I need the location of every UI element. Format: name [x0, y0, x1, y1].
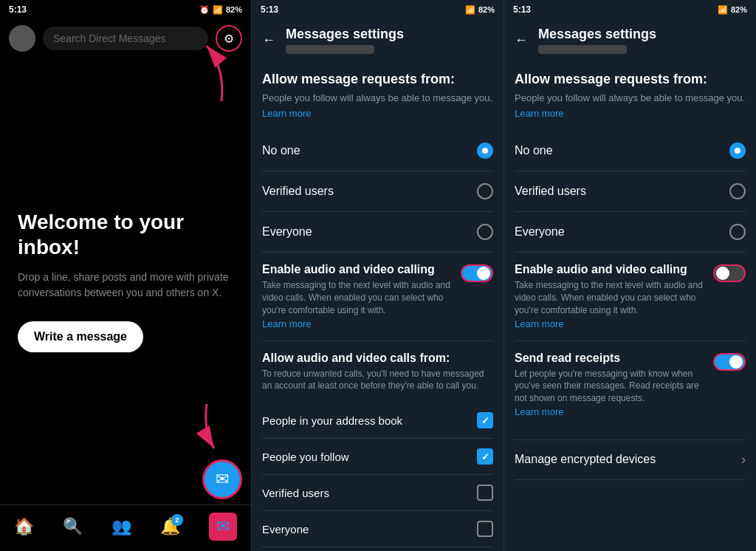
checkbox-verified-box-2[interactable] — [477, 485, 493, 501]
search-row: Search Direct Messages ⚙ — [0, 19, 251, 58]
audio-video-text-2: Enable audio and video calling Take mess… — [262, 263, 453, 329]
panel3-body: Allow message requests from: People you … — [504, 61, 756, 551]
inbox-title: Welcome to your inbox! — [18, 210, 233, 259]
panel2-title: Messages settings — [286, 27, 493, 42]
radio-everyone-circle-3[interactable] — [729, 224, 746, 240]
panel-messages-settings-1: 5:13 📶 82% ← Messages settings Allow mes… — [251, 0, 504, 551]
audio-video-learn-3[interactable]: Learn more — [515, 318, 563, 329]
panel2-radio-group: No one Verified users Everyone — [262, 131, 493, 253]
enhanced-call-row-2[interactable]: Enhanced call privacy — [262, 547, 493, 551]
search-placeholder: Search Direct Messages — [53, 32, 166, 44]
radio-verified-3[interactable]: Verified users — [515, 171, 746, 212]
checkbox-everyone-label-2: Everyone — [262, 523, 309, 535]
audio-video-section-3: Enable audio and video calling Take mess… — [515, 253, 746, 340]
panel3-section-subtitle: People you follow will always be able to… — [515, 92, 746, 105]
write-message-button[interactable]: Write a message — [18, 321, 143, 352]
read-receipts-text: Send read receipts Let people you're mes… — [515, 352, 706, 429]
battery-1: 82% — [226, 5, 242, 14]
battery-3: 82% — [731, 5, 747, 14]
radio-verified-circle-2[interactable] — [477, 183, 493, 199]
panel2-learn-more[interactable]: Learn more — [262, 108, 311, 119]
radio-everyone-3[interactable]: Everyone — [515, 212, 746, 253]
back-button-3[interactable]: ← — [515, 32, 528, 48]
status-bar-1: 5:13 ⏰ 📶 82% — [0, 0, 251, 19]
radio-no-one-circle-3[interactable] — [729, 143, 746, 159]
search-bar[interactable]: Search Direct Messages — [43, 27, 208, 50]
panel3-radio-group: No one Verified users Everyone — [515, 131, 746, 253]
bottom-nav: 🏠 🔍 👥 🔔 2 ✉ — [0, 504, 251, 551]
checkbox-verified-label-2: Verified users — [262, 487, 329, 499]
toggle-knob-2 — [477, 267, 490, 280]
radio-everyone-circle-2[interactable] — [477, 224, 493, 240]
radio-everyone-2[interactable]: Everyone — [262, 212, 493, 253]
checkbox-verified-2[interactable]: Verified users — [262, 475, 493, 511]
checkbox-everyone-2[interactable]: Everyone — [262, 511, 493, 547]
read-receipts-row: Send read receipts Let people you're mes… — [515, 352, 746, 429]
status-bar-3: 5:13 📶 82% — [504, 0, 756, 19]
time-2: 5:13 — [261, 4, 278, 15]
radio-no-one-3[interactable]: No one — [515, 131, 746, 171]
radio-verified-circle-3[interactable] — [729, 183, 746, 199]
audio-video-row-2: Enable audio and video calling Take mess… — [262, 263, 493, 329]
alarm-icon: ⏰ — [199, 5, 210, 15]
settings-gear-button[interactable]: ⚙ — [216, 25, 242, 52]
status-icons-1: ⏰ 📶 82% — [199, 5, 242, 15]
radio-everyone-label-2: Everyone — [262, 225, 312, 239]
status-icons-3: 📶 82% — [718, 5, 747, 15]
audio-video-row-3: Enable audio and video calling Take mess… — [515, 263, 746, 329]
audio-video-section-2: Enable audio and video calling Take mess… — [262, 253, 493, 340]
read-receipts-learn[interactable]: Learn more — [515, 406, 563, 417]
checkbox-everyone-box-2[interactable] — [477, 521, 493, 537]
calls-title-2: Allow audio and video calls from: — [262, 352, 493, 365]
checkbox-people-follow-label-2: People you follow — [262, 451, 349, 463]
panel2-body: Allow message requests from: People you … — [252, 61, 504, 551]
checkbox-people-follow-2[interactable]: People you follow — [262, 439, 493, 475]
checkbox-address-book-box-2[interactable] — [477, 412, 493, 428]
calls-desc-2: To reduce unwanted calls, you'll need to… — [262, 368, 493, 393]
manage-encrypted-label: Manage encrypted devices — [515, 453, 656, 466]
signal-icon: 📶 — [213, 5, 223, 15]
back-button-2[interactable]: ← — [262, 32, 275, 48]
audio-video-desc-3: Take messaging to the next level with au… — [515, 279, 706, 316]
audio-video-learn-2[interactable]: Learn more — [262, 318, 311, 329]
panel2-section-subtitle: People you follow will always be able to… — [262, 92, 493, 105]
checkbox-people-follow-box-2[interactable] — [477, 448, 493, 465]
time-3: 5:13 — [513, 4, 531, 15]
panel3-header-text: Messages settings — [538, 27, 746, 54]
avatar[interactable] — [9, 25, 35, 52]
nav-search-icon[interactable]: 🔍 — [63, 517, 83, 536]
radio-verified-2[interactable]: Verified users — [262, 171, 493, 212]
panel3-header: ← Messages settings — [504, 19, 756, 61]
audio-video-toggle-2[interactable] — [461, 264, 493, 282]
status-bar-2: 5:13 📶 82% — [252, 0, 504, 19]
panel-messages-settings-2: 5:13 📶 82% ← Messages settings Allow mes… — [504, 0, 756, 551]
checkbox-address-book-2[interactable]: People in your address book — [262, 403, 493, 439]
signal-icon-2: 📶 — [465, 5, 475, 15]
battery-2: 82% — [478, 5, 495, 14]
radio-verified-label-3: Verified users — [515, 185, 586, 198]
panel2-username — [286, 45, 374, 54]
nav-notifications-icon[interactable]: 🔔 2 — [160, 517, 180, 536]
radio-verified-label-2: Verified users — [262, 185, 334, 198]
panel2-section-title: Allow message requests from: — [262, 72, 493, 87]
panel-inbox: 5:13 ⏰ 📶 82% Search Direct Messages ⚙ We… — [0, 0, 251, 551]
nav-home-icon[interactable]: 🏠 — [14, 517, 34, 536]
checkbox-address-book-label-2: People in your address book — [262, 414, 402, 427]
radio-no-one-label-2: No one — [262, 144, 300, 157]
read-receipts-section: Send read receipts Let people you're mes… — [515, 341, 746, 440]
audio-video-desc-2: Take messaging to the next level with au… — [262, 279, 453, 316]
radio-no-one-label-3: No one — [515, 144, 553, 157]
panel3-title: Messages settings — [538, 27, 746, 42]
compose-fab-button[interactable]: ✉ — [202, 459, 242, 499]
nav-messages-icon[interactable]: ✉ — [209, 513, 237, 541]
manage-encrypted-row[interactable]: Manage encrypted devices › — [515, 440, 746, 480]
radio-no-one-circle-2[interactable] — [477, 143, 493, 159]
read-receipts-toggle[interactable] — [713, 353, 746, 371]
radio-no-one-2[interactable]: No one — [262, 131, 493, 171]
signal-icon-3: 📶 — [718, 5, 728, 15]
nav-people-icon[interactable]: 👥 — [111, 517, 131, 536]
panel3-learn-more[interactable]: Learn more — [515, 108, 563, 119]
notification-badge: 2 — [171, 514, 183, 526]
calls-section-2: Allow audio and video calls from: To red… — [262, 341, 493, 551]
audio-video-toggle-3[interactable] — [713, 264, 746, 282]
